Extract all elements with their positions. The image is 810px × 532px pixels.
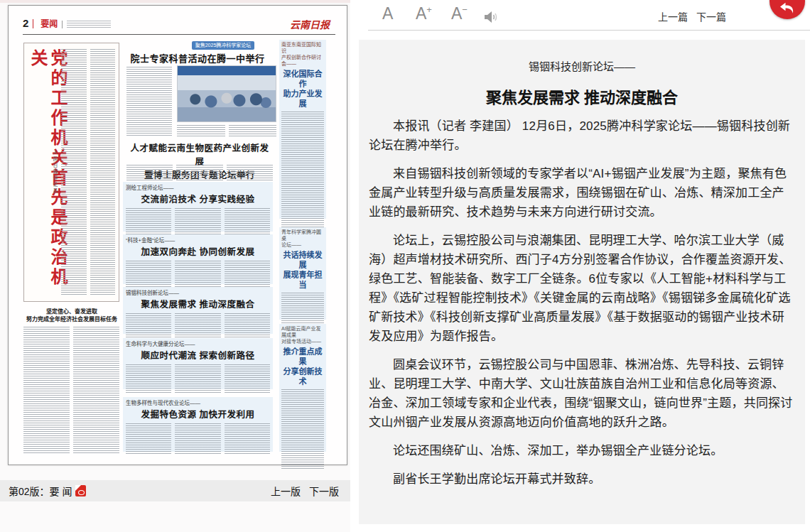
reader-toolbar: A A+ A− 上一篇 下一篇 <box>350 0 810 30</box>
article-kicker: 锡铟科技创新论坛—— <box>369 58 795 73</box>
kicker: 论坛—— <box>281 241 324 248</box>
mini-article-finance[interactable]: “科技+金融”论坛—— 加速双向奔赴 协同创新发展 <box>123 234 273 284</box>
headline: 展现青年担当 <box>281 270 324 290</box>
kicker: 青年科学家腾冲圆桌 <box>281 229 324 241</box>
newspaper-page-thumbnail[interactable]: 2要闻 云南日报 党的工作机关首先是政治机关 人民日报评论员 坚定信心、奋发进取… <box>8 5 347 465</box>
paragraph: 来自锡铟科技创新领域的专家学者以“AI+锡铟产业发展”为主题，聚焦有色金属产业转… <box>369 164 795 222</box>
headline: 发掘特色资源 加快开发利用 <box>126 407 270 420</box>
micro-text <box>281 389 324 469</box>
next-article-link[interactable]: 下一篇 <box>696 11 726 23</box>
next-page-link[interactable]: 下一版 <box>309 486 339 497</box>
paragraph: 副省长王学勤出席论坛开幕式并致辞。 <box>369 469 795 489</box>
newspaper-page-header: 2要闻 云南日报 <box>23 17 335 31</box>
masthead-logo: 云南日报 <box>290 17 330 31</box>
newspaper-pane: 2要闻 云南日报 党的工作机关首先是政治机关 人民日报评论员 坚定信心、奋发进取… <box>0 0 350 532</box>
kicker: 产权创新合作研讨会—— <box>281 54 324 67</box>
page-number: 2 <box>23 17 28 29</box>
kicker: 生物多样性与现代农业论坛—— <box>126 398 270 406</box>
mini-article-life-science[interactable]: 生命科学与大健康分论坛—— 顺应时代潮流 探索创新路径 <box>123 338 273 389</box>
micro-text <box>61 49 87 296</box>
kicker: 南亚东南亚国际知识 <box>281 41 324 54</box>
micro-text-block <box>126 67 172 136</box>
speaker-icon[interactable] <box>484 9 500 28</box>
page-label[interactable]: 第02版：要 闻 <box>9 484 72 498</box>
toolbar-divider <box>368 30 810 31</box>
micro-text <box>90 49 116 296</box>
mini-article-tin-indium[interactable]: 锡铟科技创新论坛—— 聚焦发展需求 推动深度融合 <box>123 287 273 334</box>
font-size-increase-button[interactable]: A+ <box>416 4 432 23</box>
headline: 努力完成全年经济社会发展目标任务 <box>26 315 118 323</box>
forum-banner: 聚焦2025腾冲科学家论坛 <box>192 41 254 50</box>
article-nav-links: 上一篇 下一篇 <box>652 9 726 23</box>
kicker: 测绘工程师论坛—— <box>126 183 270 191</box>
headline: 共话持续发展 <box>281 250 324 270</box>
font-size-default-button[interactable]: A <box>382 4 393 23</box>
header-rule <box>23 34 335 35</box>
kicker: AI赋能云南产业发展成果 <box>281 325 324 338</box>
mini-article-youth[interactable]: 青年科学家腾冲圆桌 论坛—— 共话持续发展 展现青年担当 <box>279 227 326 320</box>
date-editor-micro-text <box>67 21 111 28</box>
kicker: 生命科学与大健康分论坛—— <box>126 340 270 347</box>
section-name: 要闻 <box>40 19 58 29</box>
micro-text-block <box>126 165 273 180</box>
page-nav-links: 上一版 下一版 <box>265 484 339 498</box>
headline: 推介重点成果 <box>281 347 324 367</box>
mini-article-commentary[interactable]: 党的工作机关首先是政治机关 人民日报评论员 <box>23 43 119 302</box>
mini-article-ai-results[interactable]: AI赋能云南产业发展成果 对接专场活动—— 推介重点成果 分享创新技术 <box>279 324 326 452</box>
kicker: 对接专场活动—— <box>281 338 324 344</box>
paragraph: 圆桌会议环节，云锡控股公司与中国恩菲、株洲冶炼、先导科技、云铜锌业、昆明理工大学… <box>369 355 795 432</box>
divider <box>33 19 33 28</box>
headline: 顺应时代潮流 探索创新路径 <box>126 348 270 362</box>
article-title: 聚焦发展需求 推动深度融合 <box>369 85 795 107</box>
micro-text-block <box>23 327 119 453</box>
headline: 交流前沿技术 分享实践经验 <box>126 192 270 205</box>
article-content: 锡铟科技创新论坛—— 聚焦发展需求 推动深度融合 本报讯（记者 李建国） 12月… <box>359 40 805 524</box>
page-nav-bar: 第02版：要 闻 上一版 下一版 <box>0 480 350 501</box>
headline: 分享创新技术 <box>281 367 324 386</box>
pdf-icon[interactable] <box>75 485 86 496</box>
article-pane: A A+ A− 上一篇 下一篇 锡铟科技创新论坛—— 聚焦发展需求 推动深度融合 <box>350 0 810 532</box>
paragraph: 论坛上，云锡控股公司与浪潮集团、昆明理工大学、哈尔滨工业大学（威海）超声增材技术… <box>369 231 795 346</box>
byline: 人民日报评论员 <box>51 150 58 195</box>
headline: 人才赋能云南生物医药产业创新发展 <box>126 141 273 168</box>
back-badge[interactable] <box>770 0 805 19</box>
mini-article-biodiversity[interactable]: 生物多样性与现代农业论坛—— 发掘特色资源 加快开发利用 <box>123 397 273 452</box>
mini-article-intl[interactable]: 南亚东南亚国际知识 产权创新合作研讨会—— 深化国际合作 助力产业发展 <box>279 40 326 219</box>
article-body: 本报讯（记者 李建国） 12月6日，2025腾冲科学家论坛——锡铟科技创新论坛在… <box>369 116 795 489</box>
divider <box>62 21 63 28</box>
prev-page-link[interactable]: 上一版 <box>271 486 301 497</box>
kicker: “科技+金融”论坛—— <box>126 236 270 244</box>
headline: 加速双向奔赴 协同创新发展 <box>126 244 270 258</box>
photo-caption-micro <box>177 125 276 136</box>
top-accent-strip <box>0 0 350 3</box>
headline: 聚焦发展需求 推动深度融合 <box>126 297 270 310</box>
headline: 助力产业发展 <box>281 89 324 109</box>
mini-article-economy[interactable]: 坚定信心、奋发进取 努力完成全年经济社会发展目标任务 <box>26 308 118 323</box>
paragraph: 论坛还围绕矿山、冶炼、深加工，举办锡铟全产业链分论坛。 <box>369 441 795 460</box>
kicker: 锡铟科技创新论坛—— <box>126 288 270 296</box>
news-photo <box>177 65 276 122</box>
paragraph: 本报讯（记者 李建国） 12月6日，2025腾冲科学家论坛——锡铟科技创新论坛在… <box>369 116 795 155</box>
headline: 坚定信心、奋发进取 <box>26 308 118 315</box>
mini-article-survey[interactable]: 测绘工程师论坛—— 交流前沿技术 分享实践经验 <box>123 182 273 232</box>
headline: 深化国际合作 <box>281 69 324 89</box>
mini-article-main[interactable]: 院士专家科普活动在腾一中举行 <box>128 51 267 65</box>
prev-article-link[interactable]: 上一篇 <box>658 11 688 23</box>
font-size-decrease-button[interactable]: A− <box>451 4 468 23</box>
